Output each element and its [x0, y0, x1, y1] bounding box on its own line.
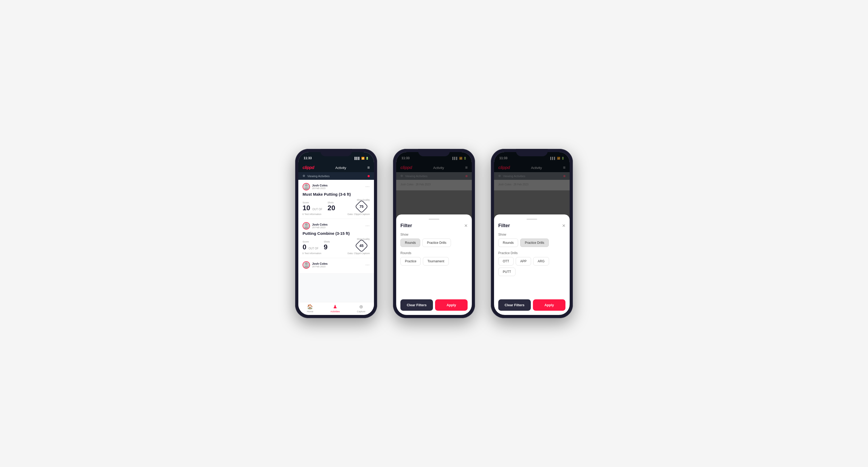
shots-value-1: 20 — [328, 204, 335, 212]
test-info-1: ℹ Test Information — [303, 213, 321, 216]
wifi-icon-1: 📶 — [361, 157, 365, 160]
modal-header-3: Filter ✕ — [498, 223, 565, 228]
sq-badge-2: 45 — [355, 239, 368, 253]
nav-activities[interactable]: ♟ Activities — [330, 304, 340, 313]
filter-modal-2: Filter ✕ Show Rounds Practice Drills Rou… — [396, 152, 472, 315]
card-footer-2: ℹ Test Information Data: Clippd Capture — [303, 252, 370, 255]
modal-handle-3 — [527, 219, 537, 220]
user-text-3: Josh Coles 28 Feb 2023 — [312, 262, 328, 268]
sq-value-2: 45 — [360, 244, 364, 248]
viewing-label-1: Viewing Activities — [307, 175, 330, 178]
activity-card-1: Josh Coles 28 Feb 2023 ··· Must Make Put… — [298, 180, 374, 219]
phone-2: 11:33 ▌▌▌ 📶 🔋 clippd Activity ≡ ⚙ Viewin… — [393, 149, 475, 318]
logo-1: clippd — [303, 165, 314, 170]
user-info-2: Josh Coles 28 Feb 2023 — [303, 222, 328, 229]
putt-btn-3[interactable]: PUTT — [498, 268, 516, 276]
apply-btn-2[interactable]: Apply — [435, 299, 468, 311]
modal-header-2: Filter ✕ — [400, 223, 468, 228]
phones-container: 11:33 ▌▌▌ 📶 🔋 clippd Activity ≡ ⚙ Viewin… — [295, 149, 573, 318]
arg-btn-3[interactable]: ARG — [533, 257, 549, 266]
sq-label-2: Shot Quality — [357, 238, 370, 240]
activities-icon: ♟ — [333, 304, 337, 310]
tournament-round-btn-2[interactable]: Tournament — [423, 257, 448, 266]
data-source-1: Data: Clippd Capture — [347, 213, 370, 216]
notch-3 — [516, 149, 548, 156]
filter-icon-1: ⚙ — [303, 174, 305, 178]
nav-capture[interactable]: ⊕ Capture — [357, 304, 366, 313]
avatar-1 — [303, 183, 310, 190]
close-btn-2[interactable]: ✕ — [464, 223, 468, 228]
test-info-2: ℹ Test Information — [303, 252, 321, 255]
close-btn-3[interactable]: ✕ — [562, 223, 565, 228]
practice-round-btn-2[interactable]: Practice — [400, 257, 421, 266]
more-dots-2[interactable]: ··· — [366, 223, 370, 228]
avatar-inner-2 — [303, 223, 309, 229]
modal-footer-3: Clear Filters Apply — [498, 295, 565, 311]
user-name-3: Josh Coles — [312, 262, 328, 265]
svg-point-4 — [305, 262, 308, 265]
sq-badge-1: 75 — [355, 200, 368, 213]
card-header-2: Josh Coles 28 Feb 2023 ··· — [303, 222, 370, 229]
signal-icon-1: ▌▌▌ — [355, 157, 360, 160]
more-dots-3[interactable]: ··· — [366, 262, 370, 267]
sq-value-1: 75 — [360, 205, 364, 209]
show-section-3: Show Rounds Practice Drills — [498, 233, 565, 247]
show-buttons-2: Rounds Practice Drills — [400, 239, 468, 247]
shots-stat-1: Shots 20 — [328, 201, 335, 211]
avatar-3 — [303, 261, 310, 269]
user-info-1: Josh Coles 28 Feb 2023 — [303, 183, 328, 190]
card-header-1: Josh Coles 28 Feb 2023 ··· — [303, 183, 370, 190]
notch-2 — [418, 149, 450, 156]
card-footer-1: ℹ Test Information Data: Clippd Capture — [303, 213, 370, 216]
shots-stat-2: Shots 9 — [324, 240, 330, 250]
activity-title-2: Putting Combine (3-15 ft) — [303, 231, 370, 236]
viewing-banner-1[interactable]: ⚙ Viewing Activities — [298, 172, 374, 180]
avatar-inner-1 — [303, 184, 309, 190]
modal-sheet-3: Filter ✕ Show Rounds Practice Drills Pra… — [494, 214, 570, 315]
filter-modal-3: Filter ✕ Show Rounds Practice Drills Pra… — [494, 152, 570, 315]
rounds-btn-3[interactable]: Rounds — [498, 239, 518, 247]
user-info-3: Josh Coles 28 Feb 2023 — [303, 261, 328, 269]
svg-point-3 — [304, 226, 308, 229]
rounds-section-2: Rounds Practice Tournament — [400, 251, 468, 266]
user-text-2: Josh Coles 28 Feb 2023 — [312, 223, 328, 229]
score-value-1: 10 — [303, 205, 310, 211]
clear-filters-btn-3[interactable]: Clear Filters — [498, 299, 531, 311]
practice-drills-btn-2[interactable]: Practice Drills — [422, 239, 451, 247]
score-stat-2: Score 0 OUT OF — [303, 240, 319, 250]
svg-point-0 — [305, 184, 308, 186]
capture-icon: ⊕ — [359, 304, 363, 310]
show-buttons-3: Rounds Practice Drills — [498, 239, 565, 247]
nav-activities-label: Activities — [330, 310, 340, 313]
drills-section-3: Practice Drills OTT APP ARG PUTT — [498, 251, 565, 276]
avatar-2 — [303, 222, 310, 229]
nav-home-label: Home — [307, 310, 313, 313]
status-icons-1: ▌▌▌ 📶 🔋 — [355, 157, 369, 160]
user-name-2: Josh Coles — [312, 223, 328, 226]
test-info-label-1: Test Information — [304, 213, 321, 216]
data-source-2: Data: Clippd Capture — [347, 252, 370, 255]
shots-label-2: Shots — [324, 240, 330, 243]
modal-title-3: Filter — [498, 223, 510, 228]
svg-point-1 — [304, 187, 308, 190]
phone-3: 11:33 ▌▌▌ 📶 🔋 clippd Activity ≡ ⚙ Viewin… — [491, 149, 573, 318]
menu-icon-1[interactable]: ≡ — [367, 165, 370, 170]
out-of-1: OUT OF — [312, 208, 322, 211]
show-label-2: Show — [400, 233, 468, 237]
svg-point-2 — [305, 223, 308, 225]
screen-1: 11:33 ▌▌▌ 📶 🔋 clippd Activity ≡ ⚙ Viewin… — [298, 152, 374, 315]
rounds-btn-2[interactable]: Rounds — [400, 239, 420, 247]
ott-btn-3[interactable]: OTT — [498, 257, 514, 266]
clear-filters-btn-2[interactable]: Clear Filters — [400, 299, 433, 311]
rounds-buttons-2: Practice Tournament — [400, 257, 468, 266]
stats-row-2: Score 0 OUT OF Shots 9 Shot Quality — [303, 238, 370, 250]
rounds-label-2: Rounds — [400, 251, 468, 255]
info-icon-1: ℹ — [303, 213, 303, 216]
activity-title-1: Must Make Putting (3-6 ft) — [303, 192, 370, 196]
apply-btn-3[interactable]: Apply — [533, 299, 565, 311]
battery-icon-1: 🔋 — [366, 157, 369, 160]
practice-drills-btn-3[interactable]: Practice Drills — [520, 239, 549, 247]
nav-home[interactable]: 🏠 Home — [307, 304, 313, 313]
app-btn-3[interactable]: APP — [516, 257, 531, 266]
more-dots-1[interactable]: ··· — [366, 184, 370, 189]
